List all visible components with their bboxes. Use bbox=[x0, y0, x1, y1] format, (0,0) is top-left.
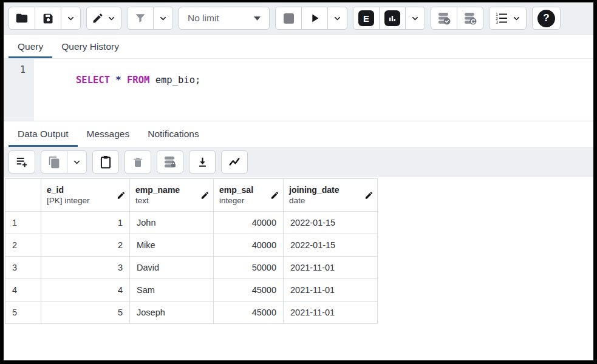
table-row: 44Sam450002021-11-01 bbox=[5, 279, 378, 302]
play-icon bbox=[308, 12, 321, 25]
results-grid: e_id[PK] integeremp_nametextemp_salinteg… bbox=[4, 177, 593, 360]
column-type: date bbox=[289, 195, 363, 206]
results-table: e_id[PK] integeremp_nametextemp_salinteg… bbox=[5, 178, 378, 324]
execute-options-dropdown[interactable] bbox=[327, 7, 347, 30]
grid-cell-emp_sal[interactable]: 40000 bbox=[214, 212, 284, 234]
stop-button[interactable] bbox=[275, 7, 302, 30]
delete-group bbox=[125, 150, 151, 174]
copy-options-dropdown[interactable] bbox=[67, 150, 87, 174]
sql-token: * bbox=[115, 75, 121, 86]
caret-down-icon bbox=[254, 16, 261, 21]
grid-header-row: e_id[PK] integeremp_nametextemp_salinteg… bbox=[5, 179, 378, 212]
graph-visualiser-button[interactable] bbox=[221, 150, 248, 174]
column-header-emp_sal[interactable]: emp_salinteger bbox=[214, 179, 284, 212]
select-all-corner-cell[interactable] bbox=[5, 179, 41, 212]
query-toolbar: No limit E bbox=[4, 2, 593, 35]
edit-column-icon[interactable] bbox=[364, 190, 374, 200]
save-options-dropdown[interactable] bbox=[61, 7, 81, 30]
delete-row-button[interactable] bbox=[125, 150, 151, 174]
download-csv-button[interactable] bbox=[189, 150, 216, 174]
chevron-down-icon bbox=[107, 14, 116, 23]
save-data-changes-button[interactable] bbox=[157, 150, 183, 174]
tab-notifications[interactable]: Notifications bbox=[138, 121, 208, 147]
edit-menu-button[interactable] bbox=[86, 7, 121, 30]
row-limit-group: No limit bbox=[179, 7, 270, 30]
grid-cell-emp_name[interactable]: Mike bbox=[130, 234, 214, 257]
edit-column-icon[interactable] bbox=[200, 190, 210, 200]
open-file-button[interactable] bbox=[9, 7, 35, 30]
help-button[interactable]: ? bbox=[532, 7, 561, 30]
add-row-group bbox=[9, 150, 35, 174]
column-name: emp_name bbox=[135, 185, 199, 195]
edit-column-icon[interactable] bbox=[117, 190, 126, 200]
grid-cell-emp_sal[interactable]: 50000 bbox=[214, 257, 284, 279]
copy-icon bbox=[48, 156, 61, 169]
tab-data-output-label: Data Output bbox=[18, 129, 69, 140]
filter-options-dropdown[interactable] bbox=[153, 7, 173, 30]
grid-cell-emp_name[interactable]: John bbox=[130, 212, 214, 234]
grid-cell-e_id[interactable]: 4 bbox=[41, 279, 130, 302]
macros-button[interactable]: 1 2 3 bbox=[489, 7, 527, 30]
column-name: joining_date bbox=[289, 185, 363, 195]
filter-button[interactable] bbox=[127, 7, 154, 30]
add-row-button[interactable] bbox=[9, 150, 35, 174]
copy-group bbox=[41, 150, 87, 174]
paste-group bbox=[92, 150, 119, 174]
edit-group bbox=[86, 7, 121, 30]
explain-analyze-button[interactable] bbox=[379, 7, 406, 30]
grid-cell-emp_name[interactable]: Joseph bbox=[130, 302, 214, 324]
row-number-cell[interactable]: 1 bbox=[5, 212, 41, 234]
explain-options-dropdown[interactable] bbox=[405, 7, 425, 30]
grid-cell-e_id[interactable]: 2 bbox=[41, 234, 130, 257]
sql-editor[interactable]: 1 SELECT * FROM emp_bio; bbox=[4, 58, 593, 121]
grid-cell-emp_name[interactable]: David bbox=[130, 257, 214, 279]
column-header-emp_name[interactable]: emp_nametext bbox=[130, 179, 214, 212]
paste-button[interactable] bbox=[92, 150, 119, 174]
row-number-cell[interactable]: 2 bbox=[5, 234, 41, 257]
grid-cell-emp_sal[interactable]: 45000 bbox=[214, 279, 284, 302]
grid-cell-joining_date[interactable]: 2022-01-15 bbox=[284, 212, 378, 234]
edit-column-icon[interactable] bbox=[270, 190, 279, 200]
chevron-down-icon bbox=[411, 14, 420, 23]
sql-token: emp_bio; bbox=[149, 75, 200, 86]
save-file-button[interactable] bbox=[35, 7, 61, 30]
grid-cell-emp_name[interactable]: Sam bbox=[130, 279, 214, 302]
row-number-cell[interactable]: 4 bbox=[5, 279, 41, 302]
query-tool-window: No limit E bbox=[4, 2, 593, 360]
grid-cell-e_id[interactable]: 5 bbox=[41, 302, 130, 324]
chevron-down-icon bbox=[72, 158, 81, 167]
grid-cell-emp_sal[interactable]: 45000 bbox=[214, 302, 284, 324]
column-header-e_id[interactable]: e_id[PK] integer bbox=[41, 179, 130, 212]
rollback-button[interactable] bbox=[457, 7, 483, 30]
output-tab-strip: Data Output Messages Notifications bbox=[4, 121, 593, 147]
tab-query-history[interactable]: Query History bbox=[52, 35, 128, 58]
row-number-cell[interactable]: 5 bbox=[5, 302, 41, 324]
macros-group: 1 2 3 bbox=[489, 7, 527, 30]
grid-cell-joining_date[interactable]: 2021-11-01 bbox=[284, 302, 378, 324]
editor-code-area[interactable]: SELECT * FROM emp_bio; bbox=[34, 59, 593, 121]
grid-cell-emp_sal[interactable]: 40000 bbox=[214, 234, 284, 257]
column-header-joining_date[interactable]: joining_datedate bbox=[284, 179, 378, 212]
copy-button[interactable] bbox=[41, 150, 67, 174]
row-number-cell[interactable]: 3 bbox=[5, 257, 41, 279]
commit-button[interactable] bbox=[431, 7, 457, 30]
explain-button[interactable]: E bbox=[353, 7, 380, 30]
grid-cell-joining_date[interactable]: 2021-11-01 bbox=[284, 279, 378, 302]
execute-button[interactable] bbox=[301, 7, 328, 30]
line-chart-icon bbox=[228, 155, 241, 169]
tab-notifications-label: Notifications bbox=[148, 129, 199, 140]
stop-icon bbox=[284, 13, 294, 24]
grid-cell-e_id[interactable]: 1 bbox=[41, 212, 130, 234]
tab-query[interactable]: Query bbox=[9, 35, 52, 58]
tab-query-label: Query bbox=[18, 41, 43, 52]
grid-cell-joining_date[interactable]: 2021-11-01 bbox=[284, 257, 378, 279]
table-row: 55Joseph450002021-11-01 bbox=[5, 302, 378, 324]
row-limit-select[interactable]: No limit bbox=[179, 7, 270, 30]
svg-text:3: 3 bbox=[496, 20, 498, 25]
table-row: 22Mike400002022-01-15 bbox=[5, 234, 378, 257]
grid-cell-e_id[interactable]: 3 bbox=[41, 257, 130, 279]
tab-data-output[interactable]: Data Output bbox=[9, 121, 78, 147]
tab-messages[interactable]: Messages bbox=[78, 121, 139, 147]
sql-token: FROM bbox=[127, 75, 149, 86]
grid-cell-joining_date[interactable]: 2022-01-15 bbox=[284, 234, 378, 257]
